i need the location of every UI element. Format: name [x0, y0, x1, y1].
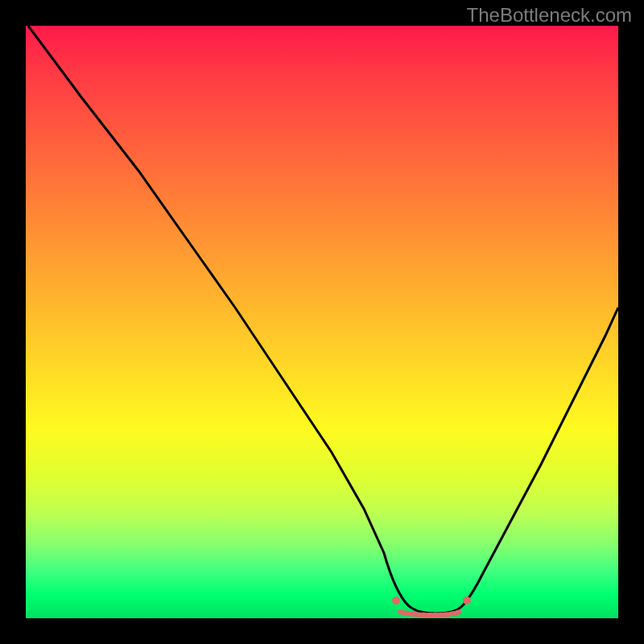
- curve-svg: [26, 26, 618, 618]
- bottleneck-curve-path: [28, 26, 618, 613]
- highlight-dot-left: [392, 597, 400, 605]
- chart-plot-area: [26, 26, 618, 618]
- highlight-dot-right: [463, 597, 471, 605]
- watermark-text: TheBottleneck.com: [467, 4, 632, 27]
